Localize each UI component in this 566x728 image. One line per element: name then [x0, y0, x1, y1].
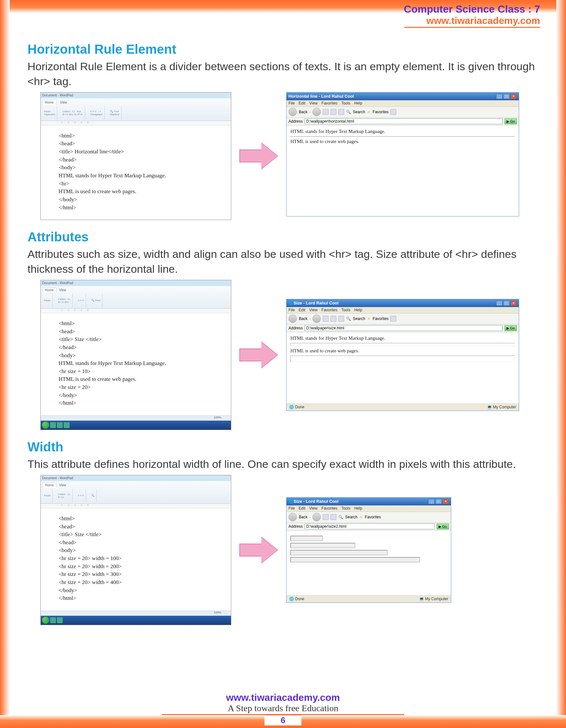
footer-site-url: www.tiwariacademy.com [0, 692, 566, 703]
forward-button[interactable] [312, 108, 321, 116]
wordpad-titlebar: Document - WordPad [41, 93, 231, 98]
wordpad-window-2: Document - WordPad HomeView PasteCalibri… [40, 280, 231, 430]
wordpad-statusbar: 100% [41, 611, 231, 616]
home-icon[interactable] [338, 109, 344, 115]
menu-help[interactable]: Help [354, 308, 362, 312]
menu-view[interactable]: View [309, 101, 317, 105]
back-button[interactable] [288, 108, 297, 116]
go-button[interactable]: ▶ Go [505, 118, 517, 124]
menu-help[interactable]: Help [354, 101, 362, 105]
menu-tools[interactable]: Tools [341, 308, 350, 312]
header-divider [404, 27, 540, 28]
wordpad-editor-1[interactable]: <html><head><title> Horizontal line</tit… [41, 126, 231, 220]
menu-file[interactable]: File [288, 308, 294, 312]
ie-statusbar: 🌐 Done💻 My Computer [286, 403, 519, 411]
menu-tools[interactable]: Tools [341, 506, 350, 511]
home-icon[interactable] [338, 316, 344, 322]
address-input[interactable] [305, 118, 503, 124]
close-button[interactable]: × [442, 499, 449, 504]
back-button[interactable] [288, 314, 297, 323]
footer-tagline: A Step towards free Education [0, 703, 566, 713]
wordpad-statusbar: 100% [41, 415, 231, 421]
tab-view[interactable]: View [57, 100, 70, 105]
refresh-icon[interactable] [323, 514, 328, 520]
start-orb-icon[interactable] [42, 617, 49, 624]
tab-home[interactable]: Home [42, 482, 57, 488]
address-input[interactable] [305, 524, 435, 529]
back-button[interactable] [288, 513, 297, 521]
stop-icon[interactable] [323, 109, 328, 115]
go-button[interactable]: ▶ Go [437, 524, 449, 529]
ribbon-font: Calibri · 11 · A AB I U abc X₂ X² A· [61, 106, 85, 120]
class-label: Computer Science Class : 7 [404, 3, 540, 15]
forward-button[interactable] [312, 513, 321, 521]
taskbar [41, 421, 231, 430]
media-icon[interactable] [390, 316, 396, 322]
text-width: This attribute defines horizontal width … [28, 457, 538, 472]
text-hr-element: Horizontal Rule Element is a divider bet… [28, 59, 538, 89]
ie-titlebar: 🌐 Size - Lord Rahul Cool_□× [286, 498, 451, 505]
menu-file[interactable]: File [288, 506, 294, 511]
menu-help[interactable]: Help [354, 506, 362, 511]
taskbar [41, 616, 231, 625]
menu-edit[interactable]: Edit [298, 506, 305, 511]
ie-addressbar: Address▶ Go [286, 325, 519, 332]
history-icon[interactable] [390, 109, 396, 115]
menu-favorites[interactable]: Favorites [321, 506, 337, 511]
stop-icon[interactable] [323, 316, 328, 322]
wordpad-titlebar: Document - WordPad [41, 280, 231, 286]
ie-toolbar: Back · 🔍Search ★Favorites [286, 512, 451, 523]
header-site-url: www.tiwariacademy.com [404, 15, 540, 26]
tab-home[interactable]: Home [42, 287, 57, 292]
menu-favorites[interactable]: Favorites [321, 308, 337, 312]
ie-toolbar: Back · 🔍Search ★Favorites [286, 314, 519, 325]
start-orb-icon[interactable] [42, 422, 49, 429]
ie-menubar: FileEditViewFavoritesToolsHelp [286, 100, 519, 107]
ie-menubar: FileEditViewFavoritesToolsHelp [286, 307, 519, 314]
maximize-button[interactable]: □ [435, 499, 442, 504]
forward-button[interactable] [312, 314, 321, 323]
maximize-button[interactable]: □ [503, 301, 510, 306]
ie-window-2: 🌐 Size - Lord Rahul Cool_□× FileEditView… [286, 299, 519, 411]
maximize-button[interactable]: □ [503, 94, 510, 99]
menu-view[interactable]: View [309, 506, 317, 511]
menu-favorites[interactable]: Favorites [321, 101, 337, 105]
wordpad-editor-3[interactable]: <html><head><title> Size </title></head>… [41, 508, 231, 611]
ie-body-2: HTML stands for Hyper Text Markup Langua… [286, 332, 519, 403]
minimize-button[interactable]: _ [496, 301, 503, 306]
wordpad-window-3: Document - WordPad HomeView PasteCalibri… [40, 475, 231, 625]
example-row-1: Document - WordPad Home View PasteClipbo… [40, 92, 538, 220]
menu-file[interactable]: File [288, 101, 294, 105]
wordpad-titlebar: Document - WordPad [41, 475, 231, 481]
heading-width: Width [28, 440, 538, 454]
wordpad-ribbon: HomeView PasteCalibri · 11B I U≡ ≡ ≡🔍 [41, 481, 231, 504]
ribbon-editing: 🔍 FindReplace [108, 106, 122, 120]
tab-view[interactable]: View [57, 483, 69, 488]
ie-addressbar: Address▶ Go [286, 118, 519, 126]
ribbon-paragraph: ≡ ≡ ≡ ⋮≡Paragraph [88, 106, 105, 120]
menu-edit[interactable]: Edit [298, 101, 305, 105]
refresh-icon[interactable] [330, 316, 336, 322]
menu-edit[interactable]: Edit [298, 308, 305, 312]
minimize-button[interactable]: _ [428, 499, 435, 504]
wordpad-ruler: · · · 1 · · · 2 · · · 3 · · · 4 · · · 5 [41, 504, 231, 508]
ie-window-1: Horizontal line - Lord Rahul Cool_□× Fil… [286, 92, 519, 216]
arrow-icon [239, 342, 278, 368]
close-button[interactable]: × [510, 94, 517, 99]
heading-attributes: Attributes [28, 230, 538, 244]
menu-view[interactable]: View [309, 308, 317, 312]
wordpad-editor-2[interactable]: <html><head><title> Size </title></head>… [41, 313, 231, 415]
minimize-button[interactable]: _ [496, 94, 503, 99]
ie-addressbar: Address▶ Go [286, 523, 451, 531]
home-icon[interactable] [330, 514, 336, 520]
page-border-right [556, 0, 566, 728]
text-attributes: Attributes such as size, width and align… [28, 247, 538, 277]
close-button[interactable]: × [510, 301, 517, 306]
address-input[interactable] [305, 325, 503, 331]
tab-home[interactable]: Home [42, 100, 57, 105]
ie-body-1: HTML stands for Hyper Text Markup Langua… [286, 126, 519, 216]
menu-tools[interactable]: Tools [341, 101, 350, 105]
refresh-icon[interactable] [330, 109, 336, 115]
tab-view[interactable]: View [57, 288, 69, 292]
go-button[interactable]: ▶ Go [505, 325, 517, 331]
